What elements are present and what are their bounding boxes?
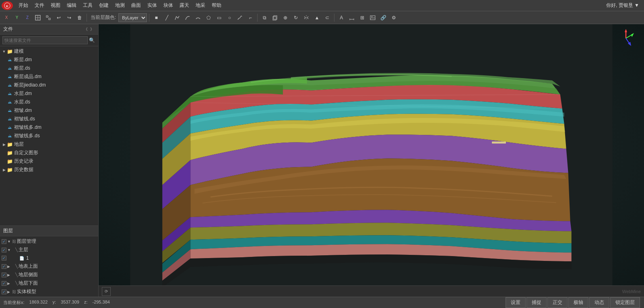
btn-redo[interactable]: ↪ — [64, 13, 74, 23]
tree-item-lishi[interactable]: 📁 历史记录 — [0, 157, 98, 165]
btn-point[interactable]: ■ — [151, 13, 161, 23]
menu-opencast[interactable]: 露天 — [176, 1, 192, 10]
tree-label-shuiceng-ds: 水层.ds — [14, 99, 30, 105]
geo-model-svg — [99, 24, 644, 285]
layer-item-shitimoxing[interactable]: ✓ ▶ ⛓ 实体模型 — [0, 287, 98, 296]
viewport[interactable]: ⟳ WebMine — [99, 24, 644, 297]
layer-item-dicengxiamian[interactable]: ✓ ▶ ╲ 地层下面 — [0, 279, 98, 287]
layer-checkbox-zhuceng[interactable]: ✓ — [2, 248, 6, 252]
layer-item-mgmt[interactable]: ✓ ▼ ⛓ 图层管理 — [0, 237, 98, 246]
status-tab-lock-layer[interactable]: 锁定图层 — [610, 297, 640, 308]
sep2 — [149, 14, 149, 22]
btn-copy[interactable]: ⧉ — [260, 13, 269, 23]
panel-collapse-btn[interactable]: 《 — [83, 27, 89, 32]
coord-y-value: 3537.309 — [61, 300, 79, 306]
layer-item-ditushangmian[interactable]: ✓ ▶ ╲ 地表上面 — [0, 262, 98, 271]
viewport-rotate-icon[interactable]: ⟳ — [102, 287, 111, 296]
btn-paste[interactable] — [270, 13, 280, 23]
status-tabs: 设置 捕捉 正交 极轴 动态 锁定图层 — [506, 297, 641, 308]
tree-item-zhouzheduoduo-dm[interactable]: ⛰ 褶皱线多.dm — [0, 123, 98, 132]
status-tab-polar[interactable]: 极轴 — [568, 297, 588, 308]
tree-item-duanceng-dm[interactable]: ⛰ 断层.dm — [0, 56, 98, 64]
tree-item-diceng[interactable]: ▶ 📁 地层 — [0, 140, 98, 149]
btn-trim[interactable]: ⊂ — [322, 13, 332, 23]
btn-arc[interactable] — [193, 13, 203, 23]
status-tab-settings[interactable]: 设置 — [506, 297, 526, 308]
menu-block[interactable]: 块体 — [160, 1, 176, 10]
menu-surface[interactable]: 曲面 — [128, 1, 144, 10]
status-tab-dynamic[interactable]: 动态 — [589, 297, 609, 308]
folder-icon-jianmo: 📁 — [6, 48, 13, 55]
chain-icon-dicengxiamian: ╲ — [15, 281, 18, 285]
search-icon[interactable]: 🔍 — [88, 36, 96, 44]
btn-attach[interactable]: 🔗 — [378, 13, 388, 23]
btn-corner[interactable]: ⌐ — [246, 13, 255, 23]
btn-undo[interactable]: ↩ — [54, 13, 64, 23]
menu-start[interactable]: 开始 — [15, 1, 31, 10]
menu-underground[interactable]: 地采 — [192, 1, 208, 10]
layer-item-dicengcemian[interactable]: ✓ ▶ ╲ 地层侧面 — [0, 271, 98, 279]
menu-solid[interactable]: 实体 — [144, 1, 160, 10]
menu-view[interactable]: 视图 — [47, 1, 64, 10]
layer-checkbox-ditushangmian[interactable]: ✓ — [2, 264, 6, 269]
menu-edit[interactable]: 编辑 — [64, 1, 80, 10]
status-tab-ortho[interactable]: 正交 — [547, 297, 568, 308]
btn-rotate[interactable]: ↻ — [291, 13, 301, 23]
svg-rect-5 — [46, 16, 48, 17]
panel-expand-btn[interactable]: 》 — [89, 27, 95, 32]
btn-table[interactable]: ⊞ — [357, 13, 367, 23]
btn-z[interactable]: Z — [23, 13, 32, 23]
btn-line[interactable]: ╱ — [162, 13, 171, 23]
btn-mirror[interactable] — [301, 13, 311, 23]
mountain-icon-7: ⛰ — [6, 107, 13, 114]
btn-text[interactable]: A — [336, 13, 346, 23]
layer-checkbox-mgmt[interactable]: ✓ — [2, 239, 6, 244]
btn-y[interactable]: Y — [12, 13, 22, 23]
btn-x[interactable]: X — [2, 13, 11, 23]
tree-item-zidingyi[interactable]: 📁 自定义图形 — [0, 149, 98, 157]
tree-item-duancengjiediao[interactable]: ⛰ 断层jiediao.dm — [0, 81, 98, 89]
tree-item-lishishuju[interactable]: ▶ 📁 历史数据 — [0, 165, 98, 174]
menu-help[interactable]: 帮助 — [208, 1, 225, 10]
menu-survey[interactable]: 地测 — [112, 1, 128, 10]
status-tab-capture[interactable]: 捕捉 — [526, 297, 547, 308]
layer-item-1[interactable]: ✓ 📄 1 — [0, 254, 98, 262]
menu-tools[interactable]: 工具 — [80, 1, 96, 10]
menu-create[interactable]: 创建 — [96, 1, 112, 10]
tree-label-duanceng-dm: 断层.dm — [14, 56, 32, 63]
btn-freehand[interactable] — [235, 13, 245, 23]
tree-item-zhouzheduoduo-ds[interactable]: ⛰ 褶皱线多.ds — [0, 132, 98, 140]
viewport-3d[interactable] — [99, 24, 644, 285]
btn-delete[interactable]: 🗑 — [75, 13, 85, 23]
btn-settings2[interactable]: ⚙ — [389, 13, 398, 23]
user-info[interactable]: 你好, 贾银垦 ▼ — [606, 2, 642, 9]
btn-polyline[interactable] — [172, 13, 182, 23]
btn-rect[interactable]: ▭ — [214, 13, 224, 23]
layer-item-zhuceng[interactable]: ✓ ▼ ╲ 主层 — [0, 246, 98, 254]
btn-circle[interactable]: ○ — [225, 13, 234, 23]
btn-dim[interactable] — [347, 13, 357, 23]
layer-checkbox-dicengxiamian[interactable]: ✓ — [2, 281, 6, 286]
btn-fit[interactable] — [43, 13, 53, 23]
layer-checkbox-shitimoxing[interactable]: ✓ — [2, 289, 6, 294]
btn-image[interactable] — [368, 13, 378, 23]
layer-checkbox-1[interactable]: ✓ — [2, 256, 6, 260]
btn-move[interactable]: ⊕ — [281, 13, 290, 23]
tree-item-zhouxi-ds[interactable]: ⛰ 褶皱线.ds — [0, 115, 98, 123]
tree-item-duanceng-ds[interactable]: ⛰ 断层.ds — [0, 64, 98, 72]
tree-item-jianmo[interactable]: ▼ 📁 建模 — [0, 47, 98, 56]
folder-icon-diceng: 📁 — [6, 141, 13, 148]
tree-item-zhou-dm[interactable]: ⛰ 褶皱.dm — [0, 106, 98, 115]
tree-item-shuiceng-dm[interactable]: ⛰ 水层.dm — [0, 89, 98, 98]
search-input[interactable] — [2, 36, 88, 44]
btn-curve[interactable] — [183, 13, 192, 23]
tree-item-shuiceng-ds[interactable]: ⛰ 水层.ds — [0, 98, 98, 106]
layer-checkbox-dicengcemian[interactable]: ✓ — [2, 273, 6, 277]
tree-label-duancengchengpin: 断层成品.dm — [14, 73, 41, 80]
btn-scale[interactable]: ▲ — [312, 13, 322, 23]
menu-file[interactable]: 文件 — [31, 1, 47, 10]
btn-origin[interactable] — [33, 13, 43, 23]
tree-item-duancengchengpin[interactable]: ⛰ 断层成品.dm — [0, 72, 98, 81]
btn-polygon[interactable]: ⬠ — [204, 13, 213, 23]
layer-color-select[interactable]: ByLayer — [118, 13, 147, 22]
